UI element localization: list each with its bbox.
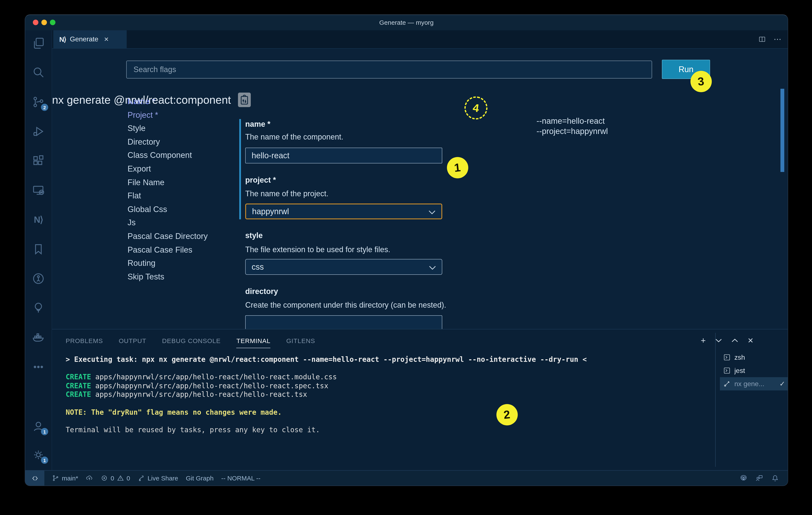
nav-item-export[interactable]: Export xyxy=(127,162,243,175)
remote-indicator[interactable] xyxy=(25,471,45,486)
sidebar-item-gitlens[interactable] xyxy=(28,268,49,289)
extensions-icon xyxy=(32,154,45,168)
settings-button[interactable]: 1 xyxy=(28,444,49,465)
split-editor-icon[interactable] xyxy=(758,35,766,43)
panel-tab-gitlens[interactable]: GITLENS xyxy=(286,337,315,344)
accounts-button[interactable]: 1 xyxy=(28,416,49,436)
panel-tab-debug-console[interactable]: DEBUG CONSOLE xyxy=(162,337,221,344)
name-field-label: name * xyxy=(245,120,270,129)
branch-icon xyxy=(52,475,59,482)
editor-tabstrip: N⟩ Generate ✕ ⋯ xyxy=(52,30,788,48)
project-select[interactable]: happynrwl xyxy=(245,204,442,219)
git-branch-status[interactable]: main* xyxy=(52,475,78,482)
git-graph-status[interactable]: Git Graph xyxy=(186,475,214,482)
terminal-list-item-nx-generate[interactable]: nx gene... ✓ xyxy=(720,377,788,390)
live-share-status[interactable]: Live Share xyxy=(138,475,178,482)
remote-icon xyxy=(31,474,38,482)
nav-item-global-css[interactable]: Global Css xyxy=(127,203,243,216)
terminal-dropdown-icon[interactable] xyxy=(715,338,722,343)
nav-item-pascal-case-files[interactable]: Pascal Case Files xyxy=(127,243,243,256)
run-debug-icon xyxy=(32,125,45,138)
nx-console-icon: N⟩ xyxy=(34,215,43,225)
copilot-icon[interactable] xyxy=(740,474,748,482)
close-panel-icon[interactable]: ✕ xyxy=(748,337,754,344)
tree-icon xyxy=(32,301,45,315)
search-flags-input[interactable] xyxy=(126,61,652,79)
status-bar: main* 0 0 Live Share Git Graph -- NORMAL… xyxy=(25,470,788,486)
sidebar-item-remote-explorer[interactable] xyxy=(28,180,49,200)
settings-badge: 1 xyxy=(41,457,48,464)
annotation-badge-1: 1 xyxy=(447,157,468,178)
nav-item-routing[interactable]: Routing xyxy=(127,256,243,270)
command-flags-preview: --name=hello-react --project=happynrwl xyxy=(536,116,608,136)
gitlens-icon xyxy=(32,272,45,286)
nav-item-flat[interactable]: Flat xyxy=(127,189,243,202)
sidebar-item-nx-console[interactable]: N⟩ xyxy=(28,210,49,230)
terminal-create-line: CREATE apps/happynrwl/src/app/hello-reac… xyxy=(66,373,587,382)
directory-input-field[interactable] xyxy=(252,320,436,329)
name-input[interactable] xyxy=(245,147,442,163)
nav-item-js[interactable]: Js xyxy=(127,216,243,229)
terminal-list-item-zsh[interactable]: zsh xyxy=(720,351,788,364)
tab-generate[interactable]: N⟩ Generate ✕ xyxy=(53,30,127,48)
tools-icon xyxy=(723,380,730,387)
feedback-icon[interactable] xyxy=(755,474,763,482)
terminal-icon xyxy=(723,354,730,361)
directory-input[interactable] xyxy=(245,315,442,329)
style-select[interactable]: css xyxy=(245,259,442,275)
option-nav-list: Name * Project * Style Directory Class C… xyxy=(127,95,243,283)
terminal-sidebar-divider[interactable] xyxy=(715,333,716,467)
nav-item-skip-tests[interactable]: Skip Tests xyxy=(127,270,243,283)
sidebar-item-bookmarks[interactable] xyxy=(28,239,49,260)
publish-status[interactable] xyxy=(86,475,93,482)
editor-scrollbar[interactable] xyxy=(780,89,784,172)
sidebar-item-docker[interactable] xyxy=(28,327,49,348)
maximize-panel-icon[interactable] xyxy=(731,338,738,343)
error-icon xyxy=(101,475,108,482)
activity-bar: 2 N⟩ xyxy=(25,30,52,470)
editor-more-actions-icon[interactable]: ⋯ xyxy=(774,34,782,44)
sidebar-item-explorer[interactable] xyxy=(28,33,49,53)
vim-mode-status[interactable]: -- NORMAL -- xyxy=(221,475,261,482)
accounts-badge: 1 xyxy=(41,428,48,435)
terminal-create-line: CREATE apps/happynrwl/src/app/hello-reac… xyxy=(66,390,587,399)
copy-command-button[interactable] xyxy=(238,92,251,107)
sidebar-item-source-control[interactable]: 2 xyxy=(28,92,49,112)
source-control-badge: 2 xyxy=(41,104,48,111)
chevron-down-icon xyxy=(429,207,435,216)
warning-icon xyxy=(117,475,124,482)
nav-item-file-name[interactable]: File Name xyxy=(127,175,243,189)
check-icon: ✓ xyxy=(779,380,785,388)
bookmark-icon xyxy=(32,242,45,256)
sidebar-item-more[interactable] xyxy=(28,357,49,377)
files-icon xyxy=(32,36,45,50)
sidebar-item-extensions[interactable] xyxy=(28,151,49,171)
new-terminal-icon[interactable]: + xyxy=(701,336,705,345)
tab-close-icon[interactable]: ✕ xyxy=(104,36,109,43)
annotation-badge-2: 2 xyxy=(496,404,518,425)
directory-field-label: directory xyxy=(245,287,278,296)
vscode-window: Generate — myorg 2 xyxy=(25,15,788,486)
project-field-label: project * xyxy=(245,176,276,185)
problems-status[interactable]: 0 0 xyxy=(101,475,130,482)
panel-tab-terminal[interactable]: TERMINAL xyxy=(236,337,270,344)
bell-icon[interactable] xyxy=(771,474,779,482)
sidebar-item-todo-tree[interactable] xyxy=(28,298,49,318)
project-select-value: happynrwl xyxy=(252,207,289,216)
name-input-field[interactable] xyxy=(252,151,436,160)
sidebar-item-run-debug[interactable] xyxy=(28,121,49,142)
remote-explorer-icon xyxy=(32,184,45,197)
sidebar-item-search[interactable] xyxy=(28,62,49,83)
panel-tab-output[interactable]: OUTPUT xyxy=(119,337,146,344)
nav-item-style[interactable]: Style xyxy=(127,121,243,135)
nav-item-pascal-case-directory[interactable]: Pascal Case Directory xyxy=(127,229,243,243)
nav-item-project[interactable]: Project * xyxy=(127,108,243,121)
nav-item-directory[interactable]: Directory xyxy=(127,135,243,149)
annotation-circle-4: 4 xyxy=(463,95,489,121)
generator-title: nx generate @nrwl/react:component xyxy=(52,93,231,106)
terminal-list-item-jest[interactable]: jest xyxy=(720,364,788,377)
nav-item-class-component[interactable]: Class Component xyxy=(127,149,243,162)
ellipsis-icon xyxy=(32,360,45,374)
panel-tab-problems[interactable]: PROBLEMS xyxy=(66,337,103,344)
cloud-upload-icon xyxy=(86,475,93,482)
